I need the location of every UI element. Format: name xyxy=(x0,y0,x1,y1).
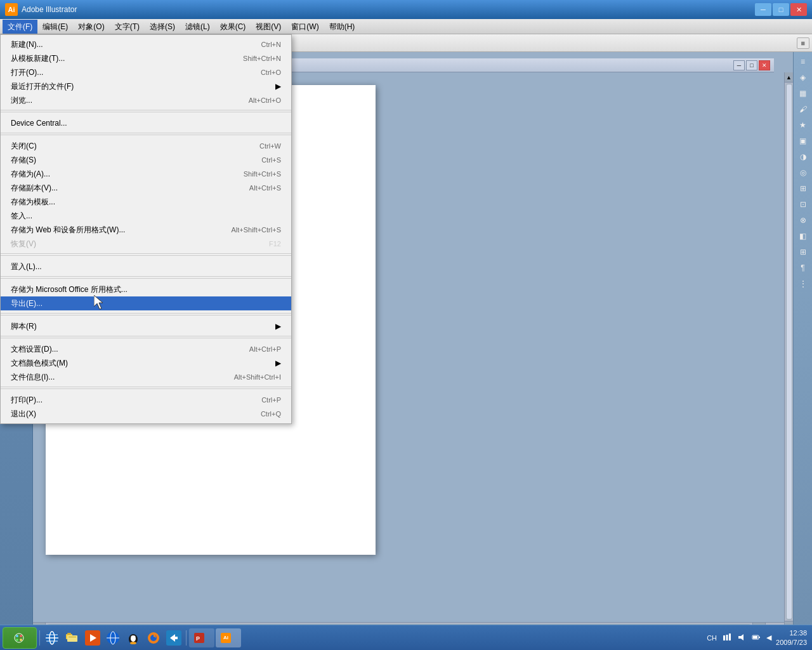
svg-rect-50 xyxy=(729,633,731,640)
menu-quit[interactable]: 退出(X)Ctrl+Q xyxy=(1,407,291,421)
panel-btn-5[interactable]: ★ xyxy=(796,118,810,132)
svg-point-22 xyxy=(20,639,22,641)
scroll-up[interactable]: ▲ xyxy=(785,72,794,83)
menu-place[interactable]: 置入(L)... xyxy=(1,260,291,274)
menu-file[interactable]: 文件(F) xyxy=(3,20,37,34)
menu-save-as[interactable]: 存储为(A)...Shift+Ctrl+S xyxy=(1,167,291,181)
menu-section-1: 新建(N)...Ctrl+N 从模板新建(T)...Shift+Ctrl+N 打… xyxy=(1,35,291,110)
svg-point-18 xyxy=(15,633,23,642)
menu-save-web[interactable]: 存储为 Web 和设备所用格式(W)...Alt+Shift+Ctrl+S xyxy=(1,223,291,237)
svg-rect-31 xyxy=(69,637,76,637)
menu-new[interactable]: 新建(N)...Ctrl+N xyxy=(1,37,291,51)
taskbar-media[interactable] xyxy=(83,628,102,647)
app-logo: Ai xyxy=(5,3,18,16)
toolbar-more[interactable]: ≡ xyxy=(797,37,809,49)
tray-network xyxy=(721,633,733,643)
svg-point-41 xyxy=(130,642,136,644)
menu-window[interactable]: 窗口(W) xyxy=(286,20,324,34)
svg-rect-53 xyxy=(759,637,760,638)
svg-point-20 xyxy=(20,635,22,637)
panel-btn-11[interactable]: ⊗ xyxy=(796,213,810,227)
menu-revert[interactable]: 恢复(V)F12 xyxy=(1,237,291,251)
taskbar-explorer[interactable] xyxy=(63,628,82,647)
menu-section-print: 打印(P)...Ctrl+P 退出(X)Ctrl+Q xyxy=(1,390,291,423)
menu-open[interactable]: 打开(O)...Ctrl+O xyxy=(1,65,291,79)
doc-close[interactable]: ✕ xyxy=(759,60,770,70)
menu-save-copy[interactable]: 存储副本(V)...Alt+Ctrl+S xyxy=(1,181,291,195)
panel-btn-7[interactable]: ◑ xyxy=(796,150,810,164)
menu-new-template[interactable]: 从模板新建(T)...Shift+Ctrl+N xyxy=(1,51,291,65)
doc-maximize[interactable]: □ xyxy=(746,60,757,70)
taskbar-arrow-app[interactable] xyxy=(164,628,183,647)
title-bar: Ai Adobe Illustrator ─ □ ✕ xyxy=(0,0,812,19)
menu-browse[interactable]: 浏览...Alt+Ctrl+O xyxy=(1,93,291,107)
menu-print[interactable]: 打印(P)...Ctrl+P xyxy=(1,393,291,407)
start-button[interactable] xyxy=(3,627,37,649)
taskbar-firefox[interactable] xyxy=(144,628,163,647)
panel-btn-15[interactable]: ⋮ xyxy=(796,277,810,291)
taskbar-ie[interactable] xyxy=(43,628,62,647)
panel-btn-2[interactable]: ◈ xyxy=(796,70,810,84)
svg-point-21 xyxy=(16,639,18,641)
menu-doc-color[interactable]: 文档颜色模式(M)▶ xyxy=(1,356,291,370)
doc-minimize[interactable]: ─ xyxy=(733,60,745,70)
ai-icon-taskbar: Ai xyxy=(221,633,231,643)
menu-close[interactable]: 关闭(C)Ctrl+W xyxy=(1,139,291,153)
svg-marker-51 xyxy=(738,634,743,640)
tray-more[interactable]: ◀ xyxy=(764,633,773,642)
tray-date: 2009/7/23 xyxy=(776,638,807,647)
menu-scripts[interactable]: 脚本(R)▶ xyxy=(1,319,291,333)
menu-section-dc: Device Central... xyxy=(1,114,291,133)
taskbar-globe[interactable] xyxy=(103,628,122,647)
minimize-button[interactable]: ─ xyxy=(755,3,771,16)
panel-btn-8[interactable]: ◎ xyxy=(796,166,810,180)
taskbar-sep2 xyxy=(186,630,187,646)
tray-clock[interactable]: 12:38 2009/7/23 xyxy=(776,628,807,647)
tray-lang[interactable]: CH xyxy=(705,634,719,642)
menu-select[interactable]: 选择(S) xyxy=(145,20,180,34)
svg-point-39 xyxy=(131,635,133,637)
taskbar: P Ai CH ◀ 12:38 2009/7/23 xyxy=(0,625,812,650)
menu-save-template[interactable]: 存储为模板... xyxy=(1,195,291,209)
menu-device-central[interactable]: Device Central... xyxy=(1,116,291,130)
taskbar-illustrator-app[interactable]: Ai xyxy=(216,628,241,647)
menu-effect[interactable]: 效果(C) xyxy=(215,20,251,34)
panel-btn-14[interactable]: ¶ xyxy=(796,261,810,275)
panel-btn-13[interactable]: ⊞ xyxy=(796,245,810,259)
panel-btn-10[interactable]: ⊡ xyxy=(796,197,810,211)
menu-section-export: 存储为 Microsoft Office 所用格式... 导出(E)... xyxy=(1,280,291,314)
tray-volume[interactable] xyxy=(735,633,748,643)
svg-rect-29 xyxy=(67,633,71,635)
panel-btn-9[interactable]: ⊞ xyxy=(796,182,810,196)
menu-checkin[interactable]: 签入... xyxy=(1,209,291,223)
menu-section-doc: 文档设置(D)...Alt+Ctrl+P 文档颜色模式(M)▶ 文件信息(I).… xyxy=(1,340,291,387)
menu-object[interactable]: 对象(O) xyxy=(73,20,109,34)
close-button[interactable]: ✕ xyxy=(790,3,807,16)
menu-file-info[interactable]: 文件信息(I)...Alt+Shift+Ctrl+I xyxy=(1,370,291,384)
menu-div-4 xyxy=(1,278,291,279)
menu-doc-setup[interactable]: 文档设置(D)...Alt+Ctrl+P xyxy=(1,342,291,356)
menu-filter[interactable]: 滤镜(L) xyxy=(180,20,215,34)
panel-btn-4[interactable]: 🖌 xyxy=(796,102,810,116)
menu-view[interactable]: 视图(V) xyxy=(251,20,286,34)
menu-section-save: 关闭(C)Ctrl+W 存储(S)Ctrl+S 存储为(A)...Shift+C… xyxy=(1,136,291,254)
tray-time: 12:38 xyxy=(776,628,807,637)
menu-export[interactable]: 导出(E)... xyxy=(1,296,291,310)
panel-btn-6[interactable]: ▣ xyxy=(796,134,810,148)
svg-rect-30 xyxy=(67,635,77,642)
svg-rect-49 xyxy=(726,635,728,640)
menu-edit[interactable]: 编辑(E) xyxy=(37,20,73,34)
panel-btn-1[interactable]: ≡ xyxy=(796,55,810,69)
menu-help[interactable]: 帮助(H) xyxy=(324,20,360,34)
menu-text[interactable]: 文字(T) xyxy=(110,20,145,34)
panel-btn-12[interactable]: ◧ xyxy=(796,229,810,243)
menu-save[interactable]: 存储(S)Ctrl+S xyxy=(1,153,291,167)
menu-recent[interactable]: 最近打开的文件(F)▶ xyxy=(1,79,291,93)
v-scrollbar-thumb[interactable] xyxy=(786,84,792,620)
maximize-button[interactable]: □ xyxy=(773,3,789,16)
panel-btn-3[interactable]: ▦ xyxy=(796,86,810,100)
menu-save-ms[interactable]: 存储为 Microsoft Office 所用格式... xyxy=(1,282,291,296)
svg-point-19 xyxy=(16,635,18,637)
taskbar-penguin[interactable] xyxy=(124,628,143,647)
taskbar-powerpoint[interactable]: P xyxy=(189,628,214,647)
